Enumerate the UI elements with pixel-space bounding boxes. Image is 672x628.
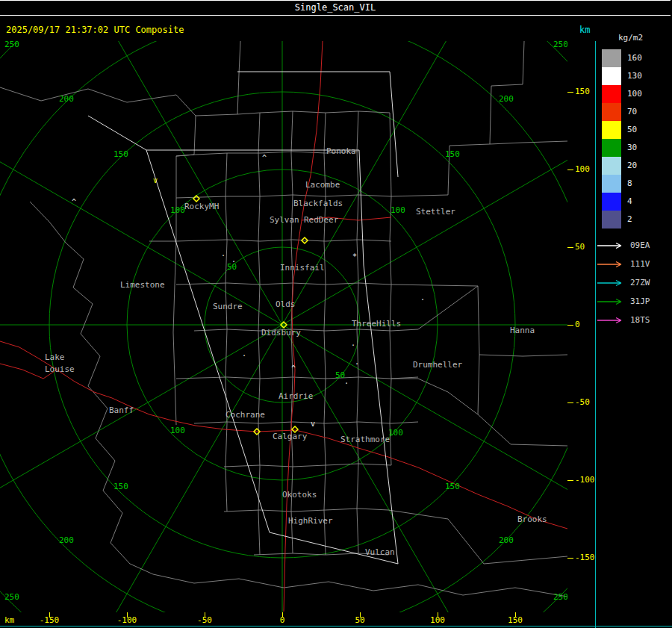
point-marker: *: [352, 252, 357, 261]
right-axis-tick: [567, 247, 573, 248]
bottom-axis-label: -150: [37, 615, 61, 625]
city-label: RockyMH: [184, 202, 219, 211]
city-label: Sundre: [213, 302, 243, 311]
radial-spoke: [0, 325, 282, 534]
bottom-frame-line: [0, 626, 672, 627]
legend-color-swatch: [602, 67, 621, 85]
city-label: Vulcan: [365, 547, 395, 557]
county-boundary: [418, 585, 567, 597]
right-axis-label: 150: [575, 87, 596, 96]
city-label: Olds: [276, 299, 296, 309]
legend-color-swatch: [602, 85, 621, 103]
city-label: Airdrie: [279, 391, 313, 401]
legend-value-label: 8: [627, 175, 657, 193]
right-axis-tick: [567, 480, 573, 481]
point-marker: .: [231, 255, 236, 264]
county-boundary: [153, 574, 418, 591]
city-label: Didsbury: [261, 328, 301, 338]
right-axis-label: 0: [575, 320, 596, 329]
ring-distance-label: 100: [170, 205, 185, 215]
legend-value-label: 50: [627, 121, 657, 139]
legend-value-label: 2: [627, 211, 657, 228]
county-boundary: [173, 198, 176, 425]
legend-value-label: 30: [627, 139, 657, 157]
point-marker: .: [420, 293, 425, 302]
bottom-axis-label: 50: [348, 615, 372, 625]
city-label: Strathmore: [340, 435, 390, 444]
county-boundary: [324, 113, 326, 555]
radar-map-area[interactable]: 5050100100100100150150150150200200200200…: [0, 41, 567, 612]
city-label: Brooks: [517, 514, 547, 524]
legend-color-swatch: [602, 157, 621, 175]
city-label: Stettler: [416, 207, 455, 217]
county-boundary: [30, 202, 66, 243]
station-id-label: 111V: [630, 259, 650, 269]
bottom-axis-label: 150: [503, 615, 527, 625]
county-boundary: [176, 283, 391, 285]
point-marker: .: [242, 349, 246, 358]
legend-value-label: 4: [627, 193, 657, 211]
city-label: Lake: [45, 352, 65, 362]
right-axis-label: 50: [575, 242, 596, 252]
station-arrow-icon: [597, 297, 627, 306]
legend-color-swatch: [602, 121, 621, 139]
right-axis-unit-label: km: [579, 25, 590, 35]
legend-value-label: 160: [627, 49, 657, 67]
station-id-label: 18TS: [630, 315, 650, 325]
right-axis-tick: [567, 558, 573, 559]
ring-distance-label: 200: [59, 535, 74, 545]
county-boundary: [237, 111, 390, 114]
county-boundary: [224, 509, 388, 512]
radial-spoke: [73, 325, 282, 612]
ring-distance-label: 250: [553, 41, 567, 49]
legend-color-swatch: [602, 211, 621, 228]
radar-map-canvas[interactable]: 5050100100100100150150150150200200200200…: [0, 41, 567, 612]
city-label: ThreeHills: [352, 319, 401, 329]
point-marker: ^: [291, 364, 296, 373]
right-axis-tick: [567, 92, 573, 93]
station-id-label: 31JP: [630, 296, 650, 306]
county-boundary: [194, 422, 418, 423]
ring-distance-label: 250: [4, 41, 19, 49]
city-label: Calgary: [273, 432, 308, 441]
ring-distance-label: 100: [388, 428, 403, 438]
point-marker: .: [344, 377, 349, 385]
station-row: 27ZW: [597, 278, 672, 288]
station-arrow-icon: [597, 279, 627, 287]
city-label: Innisfail: [280, 263, 325, 273]
county-boundary: [478, 355, 567, 446]
city-label: Lacombe: [305, 180, 340, 190]
city-label: Louise: [45, 364, 75, 374]
city-label: HighRiver: [288, 516, 333, 526]
county-boundary: [258, 113, 260, 555]
ring-distance-label: 150: [445, 149, 460, 159]
county-boundary: [224, 464, 391, 467]
station-row: 18TS: [597, 315, 672, 326]
ring-distance-label: 150: [113, 482, 128, 491]
ring-distance-label: 250: [4, 592, 19, 602]
station-id-label: 27ZW: [630, 278, 650, 287]
city-label: Hanna: [510, 326, 535, 335]
station-arrow-icon: [597, 241, 627, 250]
station-id-label: 09EA: [630, 240, 650, 250]
station-arrow-icon: [597, 260, 627, 269]
radial-spoke: [73, 41, 282, 325]
ring-distance-label: 150: [445, 482, 460, 491]
city-label: Drumheller: [413, 360, 463, 370]
legend-value-label: 70: [627, 103, 657, 121]
legend-separator-line: [595, 41, 596, 628]
city-label: RedDeer: [304, 215, 339, 225]
legend-color-swatch: [602, 193, 621, 211]
right-axis-tick: [567, 402, 573, 403]
legend-value-label: 20: [627, 157, 657, 175]
city-label: Limestone: [120, 280, 165, 290]
ring-distance-label: 200: [499, 535, 514, 545]
ring-distance-label: 100: [391, 205, 405, 215]
right-axis-label: -150: [575, 553, 596, 562]
point-marker: ^: [262, 154, 267, 162]
city-label: Cochrane: [225, 410, 265, 420]
ring-distance-label: 200: [499, 94, 514, 104]
city-label: Blackfalds: [293, 199, 343, 208]
point-marker: v: [153, 176, 158, 184]
ring-distance-label: 250: [553, 592, 567, 602]
